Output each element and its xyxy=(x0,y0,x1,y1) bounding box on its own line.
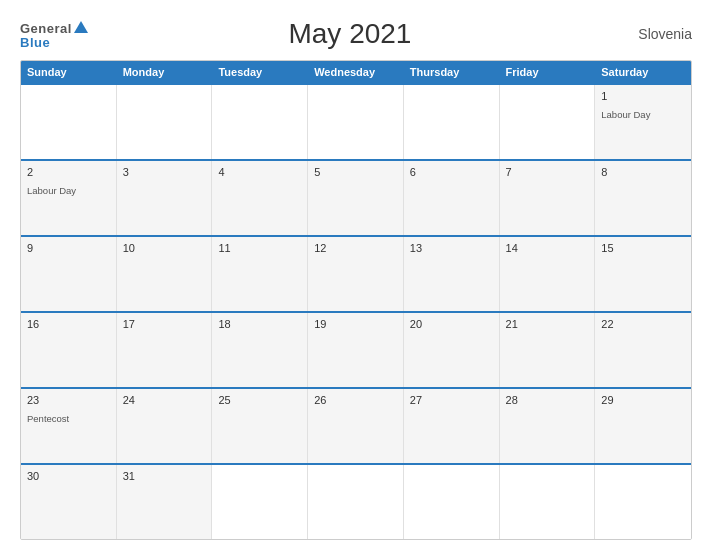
day-number: 15 xyxy=(601,242,685,254)
calendar-header: Sunday Monday Tuesday Wednesday Thursday… xyxy=(21,61,691,83)
day-number: 14 xyxy=(506,242,589,254)
day-number: 6 xyxy=(410,166,493,178)
weekday-monday: Monday xyxy=(117,61,213,83)
calendar-cell xyxy=(404,465,500,539)
calendar-cell: 7 xyxy=(500,161,596,235)
day-number: 27 xyxy=(410,394,493,406)
day-event: Labour Day xyxy=(27,185,76,196)
calendar-cell: 22 xyxy=(595,313,691,387)
day-number: 25 xyxy=(218,394,301,406)
calendar-cell: 27 xyxy=(404,389,500,463)
day-number: 29 xyxy=(601,394,685,406)
calendar-cell: 28 xyxy=(500,389,596,463)
header: General Blue May 2021 Slovenia xyxy=(20,18,692,50)
day-number: 30 xyxy=(27,470,110,482)
day-event: Pentecost xyxy=(27,413,69,424)
day-number: 21 xyxy=(506,318,589,330)
calendar-title: May 2021 xyxy=(88,18,612,50)
day-number: 11 xyxy=(218,242,301,254)
day-number: 2 xyxy=(27,166,110,178)
day-number: 4 xyxy=(218,166,301,178)
day-number: 19 xyxy=(314,318,397,330)
calendar-cell xyxy=(404,85,500,159)
calendar-cell: 14 xyxy=(500,237,596,311)
day-number: 7 xyxy=(506,166,589,178)
weekday-sunday: Sunday xyxy=(21,61,117,83)
calendar-cell: 21 xyxy=(500,313,596,387)
page: General Blue May 2021 Slovenia Sunday Mo… xyxy=(0,0,712,550)
calendar-cell: 19 xyxy=(308,313,404,387)
week-2: 2Labour Day345678 xyxy=(21,159,691,235)
day-number: 16 xyxy=(27,318,110,330)
day-number: 5 xyxy=(314,166,397,178)
calendar-cell: 1Labour Day xyxy=(595,85,691,159)
day-number: 13 xyxy=(410,242,493,254)
calendar-cell xyxy=(595,465,691,539)
calendar-cell: 25 xyxy=(212,389,308,463)
day-number: 23 xyxy=(27,394,110,406)
weekday-friday: Friday xyxy=(500,61,596,83)
calendar-cell: 23Pentecost xyxy=(21,389,117,463)
day-number: 24 xyxy=(123,394,206,406)
calendar-cell xyxy=(117,85,213,159)
calendar-cell xyxy=(500,85,596,159)
week-4: 16171819202122 xyxy=(21,311,691,387)
day-number: 26 xyxy=(314,394,397,406)
calendar: Sunday Monday Tuesday Wednesday Thursday… xyxy=(20,60,692,540)
day-event: Labour Day xyxy=(601,109,650,120)
calendar-body: 1Labour Day2Labour Day345678910111213141… xyxy=(21,83,691,539)
day-number: 22 xyxy=(601,318,685,330)
calendar-cell: 29 xyxy=(595,389,691,463)
weekday-saturday: Saturday xyxy=(595,61,691,83)
calendar-cell: 13 xyxy=(404,237,500,311)
calendar-cell xyxy=(308,85,404,159)
day-number: 3 xyxy=(123,166,206,178)
calendar-cell: 17 xyxy=(117,313,213,387)
calendar-cell: 20 xyxy=(404,313,500,387)
calendar-cell: 24 xyxy=(117,389,213,463)
day-number: 12 xyxy=(314,242,397,254)
calendar-cell: 30 xyxy=(21,465,117,539)
weekday-wednesday: Wednesday xyxy=(308,61,404,83)
day-number: 17 xyxy=(123,318,206,330)
week-6: 3031 xyxy=(21,463,691,539)
calendar-cell: 11 xyxy=(212,237,308,311)
weekday-thursday: Thursday xyxy=(404,61,500,83)
day-number: 9 xyxy=(27,242,110,254)
day-number: 10 xyxy=(123,242,206,254)
calendar-cell xyxy=(212,465,308,539)
calendar-cell: 10 xyxy=(117,237,213,311)
logo-blue: Blue xyxy=(20,36,50,49)
calendar-cell: 2Labour Day xyxy=(21,161,117,235)
week-5: 23Pentecost242526272829 xyxy=(21,387,691,463)
logo-triangle-icon xyxy=(74,21,88,33)
calendar-cell xyxy=(308,465,404,539)
calendar-cell: 6 xyxy=(404,161,500,235)
calendar-cell: 16 xyxy=(21,313,117,387)
calendar-cell: 18 xyxy=(212,313,308,387)
week-3: 9101112131415 xyxy=(21,235,691,311)
calendar-cell xyxy=(500,465,596,539)
calendar-cell xyxy=(212,85,308,159)
week-1: 1Labour Day xyxy=(21,83,691,159)
calendar-cell: 8 xyxy=(595,161,691,235)
calendar-cell: 5 xyxy=(308,161,404,235)
calendar-cell: 12 xyxy=(308,237,404,311)
calendar-cell xyxy=(21,85,117,159)
day-number: 1 xyxy=(601,90,685,102)
calendar-cell: 3 xyxy=(117,161,213,235)
weekday-tuesday: Tuesday xyxy=(212,61,308,83)
country-label: Slovenia xyxy=(612,26,692,42)
calendar-cell: 26 xyxy=(308,389,404,463)
calendar-cell: 15 xyxy=(595,237,691,311)
day-number: 31 xyxy=(123,470,206,482)
day-number: 28 xyxy=(506,394,589,406)
logo: General Blue xyxy=(20,20,88,49)
logo-general: General xyxy=(20,20,88,36)
calendar-cell: 9 xyxy=(21,237,117,311)
calendar-cell: 31 xyxy=(117,465,213,539)
day-number: 20 xyxy=(410,318,493,330)
day-number: 8 xyxy=(601,166,685,178)
day-number: 18 xyxy=(218,318,301,330)
calendar-cell: 4 xyxy=(212,161,308,235)
